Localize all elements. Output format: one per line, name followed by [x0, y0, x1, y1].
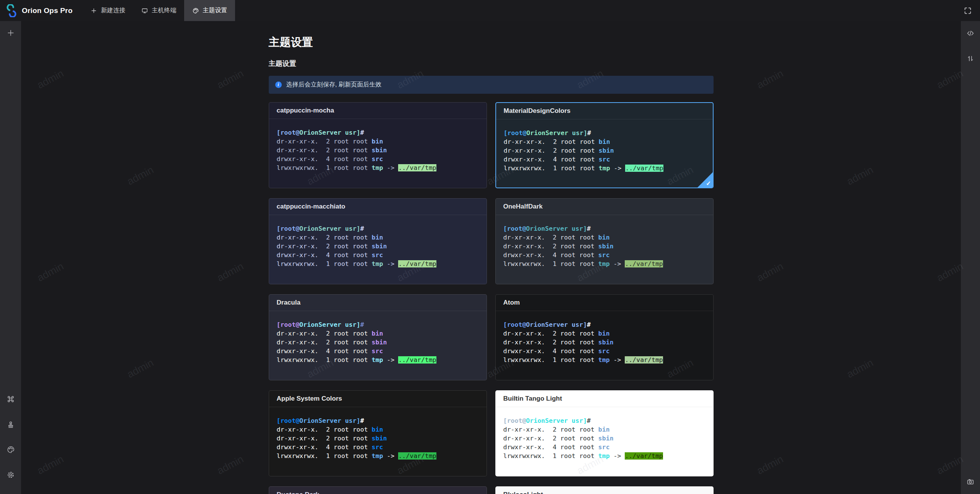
right-sidebar	[961, 21, 980, 494]
terminal-prompt-line: [root@OrionServer usr]#	[504, 129, 705, 137]
terminal-prompt-line: [root@OrionServer usr]#	[277, 416, 479, 425]
page-title: 主题设置	[269, 36, 714, 49]
terminal-line: drwxr-xr-x. 4 root root src	[277, 251, 479, 259]
highlight-path: ../var/tmp	[625, 260, 663, 267]
stamp-icon[interactable]	[4, 417, 18, 431]
terminal-line: drwxr-xr-x. 4 root root src	[504, 155, 705, 164]
terminal-line: lrwxrwxrwx. 1 root root tmp -> ../var/tm…	[277, 452, 479, 460]
tab-label: 新建连接	[101, 7, 125, 15]
highlight-path: ../var/tmp	[398, 452, 436, 460]
terminal-prompt-line: [root@OrionServer usr]#	[277, 128, 479, 137]
app-logo-icon	[5, 4, 18, 17]
camera-icon[interactable]	[964, 475, 977, 489]
terminal-line: dr-xr-xr-x. 2 root root sbin	[503, 434, 706, 443]
theme-card-title: OneHalfDark	[496, 199, 713, 215]
terminal-line: dr-xr-xr-x. 2 root root sbin	[504, 146, 705, 155]
plus-icon	[90, 7, 97, 14]
theme-card-blulocolight[interactable]: BlulocoLight[root@OrionServer usr]#dr-xr…	[495, 486, 714, 494]
theme-card-atom[interactable]: Atom[root@OrionServer usr]#dr-xr-xr-x. 2…	[495, 294, 714, 380]
terminal-line: lrwxrwxrwx. 1 root root tmp -> ../var/tm…	[503, 355, 706, 364]
command-icon[interactable]	[4, 392, 18, 406]
terminal-preview: [root@OrionServer usr]#dr-xr-xr-x. 2 roo…	[269, 311, 487, 364]
terminal-line: drwxr-xr-x. 4 root root src	[503, 347, 706, 355]
terminal-line: dr-xr-xr-x. 2 root root sbin	[277, 338, 479, 347]
terminal-line: dr-xr-xr-x. 2 root root bin	[503, 233, 706, 242]
terminal-line: dr-xr-xr-x. 2 root root sbin	[277, 434, 479, 443]
theme-card-materialdesigncolors[interactable]: MaterialDesignColors[root@OrionServer us…	[495, 102, 714, 188]
terminal-line: dr-xr-xr-x. 2 root root bin	[503, 329, 706, 338]
highlight-path: ../var/tmp	[398, 356, 436, 364]
highlight-path: ../var/tmp	[625, 452, 663, 460]
check-icon: ✓	[706, 180, 711, 187]
theme-card-title: Apple System Colors	[269, 391, 487, 407]
theme-card-apple-system-colors[interactable]: Apple System Colors[root@OrionServer usr…	[269, 390, 487, 476]
tab-theme-settings[interactable]: 主题设置	[184, 0, 235, 21]
theme-card-title: Dracula	[269, 295, 487, 311]
theme-card-title: BlulocoLight	[496, 487, 713, 494]
terminal-line: lrwxrwxrwx. 1 root root tmp -> ../var/tm…	[277, 163, 479, 172]
terminal-preview: [root@OrionServer usr]#dr-xr-xr-x. 2 roo…	[269, 215, 487, 268]
left-sidebar-bottom	[4, 392, 18, 493]
info-banner-text: 选择后会立刻保存, 刷新页面后生效	[286, 81, 382, 89]
terminal-preview: [root@OrionServer usr]#dr-xr-xr-x. 2 roo…	[269, 119, 487, 172]
highlight-path: ../var/tmp	[625, 356, 663, 364]
theme-card-title: Duotone Dark	[269, 487, 487, 494]
topbar-right	[961, 0, 980, 21]
section-title: 主题设置	[269, 59, 714, 68]
highlight-path: ../var/tmp	[398, 260, 436, 267]
terminal-line: dr-xr-xr-x. 2 root root bin	[277, 329, 479, 338]
monitor-icon	[141, 7, 148, 14]
tab-bar: 新建连接 主机终端 主题设置	[82, 0, 235, 21]
theme-card-dracula[interactable]: Dracula[root@OrionServer usr]#dr-xr-xr-x…	[269, 294, 487, 380]
tab-host-terminal[interactable]: 主机终端	[133, 0, 184, 21]
left-sidebar	[0, 21, 21, 494]
terminal-preview: [root@OrionServer usr]#dr-xr-xr-x. 2 roo…	[496, 407, 713, 460]
tab-label: 主题设置	[203, 7, 227, 15]
terminal-prompt-line: [root@OrionServer usr]#	[277, 224, 479, 233]
palette-icon[interactable]	[4, 443, 18, 457]
gear-icon[interactable]	[4, 468, 18, 482]
theme-card-onehalfdark[interactable]: OneHalfDark[root@OrionServer usr]#dr-xr-…	[495, 198, 714, 284]
terminal-line: dr-xr-xr-x. 2 root root bin	[277, 137, 479, 146]
add-connection-icon[interactable]	[4, 26, 18, 40]
topbar: Orion Ops Pro 新建连接 主机终端	[0, 0, 980, 21]
terminal-line: lrwxrwxrwx. 1 root root tmp -> ../var/tm…	[277, 355, 479, 364]
theme-card-title: MaterialDesignColors	[496, 103, 713, 119]
terminal-preview: [root@OrionServer usr]#dr-xr-xr-x. 2 roo…	[496, 215, 713, 268]
swap-vertical-icon[interactable]	[964, 52, 977, 65]
theme-card-duotone-dark[interactable]: Duotone Dark[root@OrionServer usr]#dr-xr…	[269, 486, 487, 494]
terminal-line: lrwxrwxrwx. 1 root root tmp -> ../var/tm…	[503, 259, 706, 268]
terminal-line: lrwxrwxrwx. 1 root root tmp -> ../var/tm…	[504, 164, 705, 173]
terminal-line: drwxr-xr-x. 4 root root src	[503, 251, 706, 259]
terminal-preview: [root@OrionServer usr]#dr-xr-xr-x. 2 roo…	[496, 119, 713, 173]
app-title: Orion Ops Pro	[22, 7, 72, 15]
theme-card-catppuccin-macchiato[interactable]: catppuccin-macchiato[root@OrionServer us…	[269, 198, 487, 284]
terminal-line: drwxr-xr-x. 4 root root src	[277, 443, 479, 452]
terminal-line: dr-xr-xr-x. 2 root root sbin	[277, 146, 479, 155]
fullscreen-icon[interactable]	[961, 4, 975, 18]
terminal-line: dr-xr-xr-x. 2 root root bin	[277, 233, 479, 242]
tab-new-connection[interactable]: 新建连接	[82, 0, 133, 21]
terminal-prompt-line: [root@OrionServer usr]#	[503, 416, 706, 425]
terminal-line: dr-xr-xr-x. 2 root root bin	[504, 137, 705, 146]
terminal-prompt-line: [root@OrionServer usr]#	[503, 224, 706, 233]
main-content: 主题设置 主题设置 i 选择后会立刻保存, 刷新页面后生效 catppuccin…	[21, 21, 961, 494]
code-icon[interactable]	[964, 26, 977, 40]
info-banner: i 选择后会立刻保存, 刷新页面后生效	[269, 76, 714, 94]
terminal-line: drwxr-xr-x. 4 root root src	[277, 347, 479, 355]
terminal-line: dr-xr-xr-x. 2 root root sbin	[277, 242, 479, 251]
terminal-line: dr-xr-xr-x. 2 root root sbin	[503, 338, 706, 347]
theme-card-title: catppuccin-macchiato	[269, 199, 487, 215]
terminal-line: drwxr-xr-x. 4 root root src	[277, 155, 479, 163]
terminal-line: lrwxrwxrwx. 1 root root tmp -> ../var/tm…	[503, 452, 706, 460]
theme-card-title: catppuccin-mocha	[269, 103, 487, 119]
theme-card-catppuccin-mocha[interactable]: catppuccin-mocha[root@OrionServer usr]#d…	[269, 102, 487, 188]
theme-card-builtin-tango-light[interactable]: Builtin Tango Light[root@OrionServer usr…	[495, 390, 714, 476]
theme-card-title: Atom	[496, 295, 713, 311]
terminal-line: drwxr-xr-x. 4 root root src	[503, 443, 706, 452]
info-icon: i	[275, 82, 282, 88]
terminal-line: lrwxrwxrwx. 1 root root tmp -> ../var/tm…	[277, 259, 479, 268]
palette-icon	[192, 7, 199, 14]
terminal-prompt-line: [root@OrionServer usr]#	[277, 320, 479, 329]
highlight-path: ../var/tmp	[625, 165, 663, 172]
